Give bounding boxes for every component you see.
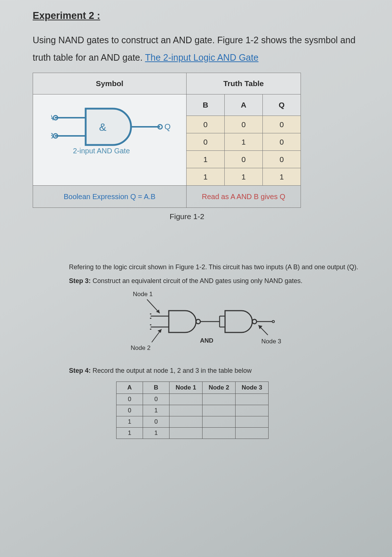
nand-circuit-svg [113, 294, 316, 360]
nodes-col-b: B [143, 382, 170, 393]
gate-input-b-label: B [51, 131, 54, 140]
step4: Step 4: Record the output at node 1, 2 a… [69, 366, 363, 375]
and-gate-symbol: A B & Q [51, 103, 171, 152]
refer-paragraph: Refering to the logic circuit shown in F… [69, 263, 363, 271]
step3: Step 3: Construct an equivalent circuit … [69, 277, 363, 285]
table-row: 1 1 [117, 427, 269, 439]
symbol-header: Symbol [33, 73, 187, 94]
gate-caption: 2-input AND Gate [73, 147, 130, 155]
svg-point-18 [196, 319, 200, 324]
table-row: 0 0 [117, 393, 269, 405]
boolean-expression: Boolean Expression Q = A.B [33, 186, 187, 208]
nand-circuit-diagram: Node 1 Node 2 Node 3 AND [113, 291, 330, 363]
col-b: B [187, 94, 225, 116]
nodes-record-table: A B Node 1 Node 2 Node 3 0 0 0 1 [116, 382, 269, 439]
step4-label: Step 4: [69, 367, 91, 374]
svg-point-23 [252, 319, 257, 324]
step4-text: Record the output at node 1, 2 and 3 in … [91, 367, 252, 374]
intro-paragraph: Using NAND gates to construct an AND gat… [33, 32, 367, 66]
and-gate-table: Symbol Truth Table [33, 73, 301, 208]
read-as: Read as A AND B gives Q [187, 186, 301, 208]
nodes-col-n3: Node 3 [236, 382, 269, 393]
gate-input-a-label: A [51, 113, 54, 122]
gate-amp-label: & [99, 121, 106, 133]
step3-text: Construct an equivalent circuit of the A… [91, 277, 302, 284]
and-gate-link[interactable]: The 2-input Logic AND Gate [145, 52, 258, 62]
nodes-col-n1: Node 1 [170, 382, 203, 393]
and-gate-svg: A B & Q [51, 103, 171, 150]
nodes-col-n2: Node 2 [203, 382, 236, 393]
svg-point-25 [272, 320, 274, 323]
truth-table-header: Truth Table [187, 73, 301, 94]
table-row: 0 1 [117, 405, 269, 416]
col-q: Q [263, 94, 301, 116]
experiment-heading: Experiment 2 : [33, 10, 367, 21]
figure-caption: Figure 1-2 [47, 212, 327, 221]
table-row: 1 0 [117, 416, 269, 427]
nodes-col-a: A [117, 382, 143, 393]
step3-label: Step 3: [69, 277, 91, 284]
symbol-cell: A B & Q 2-input AND Gate [33, 94, 187, 186]
table-footer: Boolean Expression Q = A.B Read as A AND… [33, 186, 301, 208]
gate-output-label: Q [164, 122, 171, 131]
col-a: A [225, 94, 263, 116]
